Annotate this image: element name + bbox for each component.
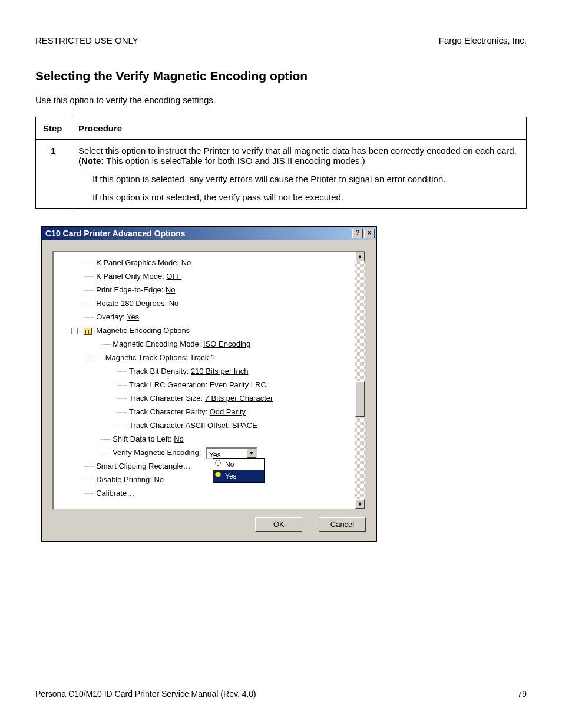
tree-item-lrc[interactable]: ┈┈┈ Track LRC Generation: Even Parity LR… [58,378,365,392]
page: RESTRICTED USE ONLY Fargo Electronics, I… [0,0,562,728]
page-header: RESTRICTED USE ONLY Fargo Electronics, I… [35,35,527,45]
ok-button[interactable]: OK [255,517,302,532]
proc-p2: If this option is selected, any verify e… [92,174,519,184]
page-footer: Persona C10/M10 ID Card Printer Service … [35,689,527,699]
verify-magnetic-combo[interactable]: Yes ▼ [206,447,257,459]
options-tree[interactable]: ┈┈┈ K Panel Graphics Mode: No ┈┈┈ K Pane… [52,251,366,510]
scroll-up-button[interactable]: ▲ [355,252,365,261]
tree-node-magnetic-options[interactable]: −┈ Magnetic Encoding Options [58,324,365,338]
chevron-down-icon[interactable]: ▼ [247,449,256,458]
dialog-button-row: OK Cancel [52,510,366,533]
scroll-down-button[interactable]: ▼ [355,499,365,509]
collapse-icon[interactable]: − [88,355,94,361]
dialog-title: C10 Card Printer Advanced Options [45,229,351,238]
tree-item-disable-printing[interactable]: ┈┈┈ Disable Printing: No [58,473,365,487]
tree-node-track-options[interactable]: −┈┈ Magnetic Track Options: Track 1 [58,351,365,365]
step-number: 1 [36,140,71,209]
tree-item-overlay[interactable]: ┈┈┈ Overlay: Yes [58,311,365,324]
procedure-cell: Select this option to instruct the Print… [71,140,527,209]
tree-item-calibrate[interactable]: ┈┈┈ Calibrate… [58,487,365,500]
tree-item-rotate[interactable]: ┈┈┈ Rotate 180 Degrees: No [58,297,365,311]
procedure-table: Step Procedure 1 Select this option to i… [35,117,527,209]
tree-item-smart-clipping[interactable]: ┈┈┈ Smart Clipping Rectangle… [58,460,365,473]
help-button[interactable]: ? [352,229,363,238]
close-button[interactable]: × [364,229,375,238]
col-step: Step [36,117,71,140]
tree-item-bit-density[interactable]: ┈┈┈ Track Bit Density: 210 Bits per Inch [58,365,365,378]
proc-p3: If this option is not selected, the veri… [92,192,519,202]
folder-icon [84,328,92,335]
collapse-icon[interactable]: − [71,328,78,334]
page-number: 79 [517,689,527,699]
scroll-thumb[interactable] [355,381,365,417]
tree-item-k-panel-only[interactable]: ┈┈┈ K Panel Only Mode: OFF [58,270,365,284]
tree-item-k-panel-graphics[interactable]: ┈┈┈ K Panel Graphics Mode: No [58,256,365,270]
tree-item-verify-magnetic[interactable]: ┈┈┈ Verify Magnetic Encoding: Yes ▼ No Y… [58,446,365,460]
dialog-titlebar[interactable]: C10 Card Printer Advanced Options ? × [42,227,376,240]
scroll-track[interactable] [355,261,365,499]
tree-item-ascii-offset[interactable]: ┈┈┈ Track Character ASCII Offset: SPACE [58,419,365,433]
header-right: Fargo Electronics, Inc. [439,35,527,45]
tree-item-print-edge[interactable]: ┈┈┈ Print Edge-to-Edge: No [58,284,365,297]
vertical-scrollbar[interactable]: ▲ ▼ [355,252,365,509]
tree-item-encoding-mode[interactable]: ┈┈┈ Magnetic Encoding Mode: ISO Encoding [58,338,365,351]
col-procedure: Procedure [71,117,527,140]
header-left: RESTRICTED USE ONLY [35,35,138,45]
advanced-options-dialog: C10 Card Printer Advanced Options ? × ┈┈… [41,226,377,542]
tree-item-shift-data[interactable]: ┈┈┈ Shift Data to Left: No [58,433,365,446]
footer-left: Persona C10/M10 ID Card Printer Service … [35,689,256,699]
intro-text: Use this option to verify the encoding s… [35,95,527,105]
section-title: Selecting the Verify Magnetic Encoding o… [35,69,527,83]
tree-item-char-size[interactable]: ┈┈┈ Track Character Size: 7 Bits per Cha… [58,392,365,406]
cancel-button[interactable]: Cancel [319,517,366,532]
tree-item-char-parity[interactable]: ┈┈┈ Track Character Parity: Odd Parity [58,406,365,419]
proc-p1: Select this option to instruct the Print… [78,146,519,166]
dialog-body: ┈┈┈ K Panel Graphics Mode: No ┈┈┈ K Pane… [42,240,376,541]
